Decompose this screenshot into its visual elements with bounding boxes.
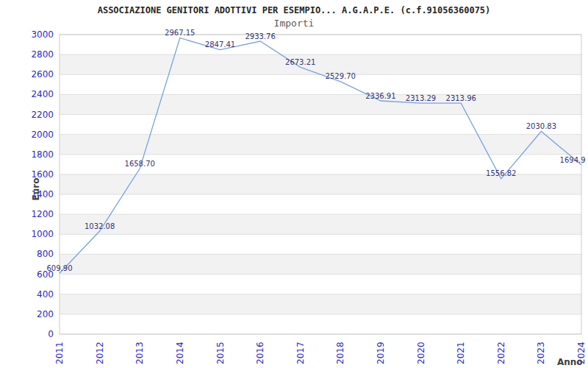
x-tick-label: 2011 xyxy=(54,342,65,364)
point-label: 1556.82 xyxy=(486,169,516,177)
point-label: 2529.70 xyxy=(326,72,356,80)
x-tick-label: 2012 xyxy=(95,342,105,364)
plot-band xyxy=(60,314,581,334)
importi-line-chart-window: ASSOCIAZIONE GENITORI ADOTTIVI PER ESEMP… xyxy=(0,0,588,368)
point-label: 2030.83 xyxy=(526,122,556,130)
plot-band xyxy=(60,294,581,314)
y-tick-label: 0 xyxy=(48,329,54,339)
y-tick-label: 2400 xyxy=(31,89,54,99)
y-tick-label: 2000 xyxy=(31,130,54,140)
point-label: 2847.41 xyxy=(205,40,235,49)
point-label: 2673.21 xyxy=(285,58,315,66)
point-label: 2336.91 xyxy=(365,92,395,100)
y-tick-label: 2200 xyxy=(31,110,54,120)
y-tick-label: 800 xyxy=(37,249,54,259)
x-tick-label: 2017 xyxy=(295,342,306,364)
y-tick-label: 1000 xyxy=(31,229,54,239)
plot-band xyxy=(60,194,581,214)
x-tick-label: 2023 xyxy=(536,342,546,364)
point-label: 1032.08 xyxy=(85,222,115,230)
y-tick-label: 400 xyxy=(37,289,54,300)
plot-band xyxy=(60,94,581,114)
plot-band xyxy=(60,115,581,135)
point-label: 2967.15 xyxy=(165,29,195,37)
x-axis-title: Anno xyxy=(557,357,583,367)
y-tick-label: 3000 xyxy=(31,29,54,40)
point-label: 2313.29 xyxy=(406,94,436,102)
x-tick-label: 2021 xyxy=(456,342,466,364)
y-tick-label: 1200 xyxy=(31,209,54,219)
y-tick-label: 2600 xyxy=(31,69,54,79)
point-label: 609.90 xyxy=(47,264,73,272)
point-label: 1694.9 xyxy=(560,156,586,164)
plot-band xyxy=(60,135,581,155)
point-label: 1658.70 xyxy=(125,160,155,168)
plot-band xyxy=(60,254,581,274)
x-tick-label: 2020 xyxy=(416,342,426,364)
x-tick-label: 2022 xyxy=(496,342,506,364)
plot-band xyxy=(60,214,581,234)
x-tick-label: 2018 xyxy=(335,342,345,364)
x-tick-label: 2013 xyxy=(135,342,145,364)
x-tick-label: 2016 xyxy=(255,342,265,364)
plot-band xyxy=(60,275,581,294)
point-label: 2313.96 xyxy=(446,94,476,102)
point-label: 2933.76 xyxy=(245,32,275,40)
x-tick-label: 2019 xyxy=(376,342,386,364)
x-tick-label: 2015 xyxy=(215,342,226,364)
plot-band xyxy=(60,234,581,254)
line-chart-plot-area: 0200400600800100012001400160018002000220… xyxy=(0,0,588,368)
plot-band xyxy=(60,35,581,54)
y-axis-title: Euro xyxy=(31,178,41,201)
plot-band xyxy=(60,54,581,74)
y-tick-label: 2800 xyxy=(31,49,54,60)
x-tick-label: 2014 xyxy=(175,342,185,364)
y-tick-label: 1800 xyxy=(31,149,54,160)
plot-band xyxy=(60,74,581,94)
y-tick-label: 200 xyxy=(37,309,54,319)
